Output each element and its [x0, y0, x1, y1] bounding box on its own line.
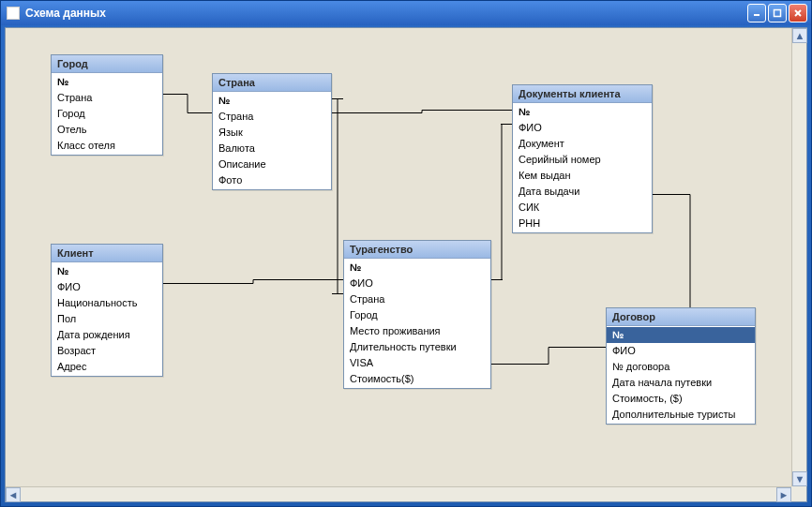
table-title[interactable]: Договор [607, 308, 755, 326]
window-controls [747, 4, 807, 22]
scroll-down-button[interactable]: ▼ [792, 471, 807, 486]
field[interactable]: ФИО [344, 276, 490, 291]
table-agency[interactable]: Турагенство№ФИОСтранаГородМесто проживан… [343, 240, 491, 389]
horizontal-scrollbar[interactable]: ◄ ► [6, 486, 791, 501]
field[interactable]: Возраст [52, 343, 162, 359]
field[interactable]: Дополнительные туристы [607, 407, 755, 423]
field[interactable]: Национальность [52, 295, 162, 311]
titlebar[interactable]: Схема данных [1, 1, 811, 25]
field[interactable]: № [607, 327, 755, 343]
field[interactable]: Документ [513, 136, 652, 152]
field[interactable]: Страна [213, 109, 331, 125]
field[interactable]: № [52, 74, 162, 90]
diagram-canvas[interactable]: Город№СтранаГородОтельКласс отеляСтрана№… [6, 28, 791, 486]
vertical-scrollbar[interactable]: ▲ ▼ [791, 28, 806, 486]
field[interactable]: Стоимость, ($) [607, 391, 755, 407]
table-title[interactable]: Турагенство [344, 241, 490, 259]
table-body: №ФИО№ договораДата начала путевкиСтоимос… [607, 326, 755, 424]
field[interactable]: Валюта [213, 141, 331, 157]
window-icon [7, 7, 20, 20]
field[interactable]: Дата выдачи [513, 184, 652, 200]
relation-line[interactable] [491, 348, 606, 365]
table-body: №СтранаЯзыкВалютаОписаниеФото [213, 92, 331, 189]
window-title: Схема данных [25, 7, 106, 20]
field[interactable]: VISA [344, 355, 490, 371]
table-title[interactable]: Страна [213, 74, 331, 92]
table-body: №ФИОНациональностьПолДата рожденияВозрас… [52, 262, 162, 376]
field[interactable]: Адрес [52, 359, 162, 375]
table-body: №ФИОДокументСерийный номерКем выданДата … [513, 103, 652, 232]
relation-line[interactable] [332, 111, 512, 113]
field[interactable]: Дата начала путевки [607, 375, 755, 391]
field[interactable]: Место проживания [344, 323, 490, 339]
table-city[interactable]: Город№СтранаГородОтельКласс отеля [51, 54, 163, 156]
field[interactable]: № [213, 93, 331, 109]
field[interactable]: № договора [607, 359, 755, 375]
field[interactable]: Дата рождения [52, 327, 162, 343]
field[interactable]: № [52, 263, 162, 279]
table-body: №СтранаГородОтельКласс отеля [52, 73, 162, 155]
table-title[interactable]: Документы клиента [513, 85, 652, 103]
scroll-right-button[interactable]: ► [776, 487, 791, 502]
table-client[interactable]: Клиент№ФИОНациональностьПолДата рождения… [51, 244, 163, 377]
table-contract[interactable]: Договор№ФИО№ договораДата начала путевки… [606, 307, 756, 425]
table-body: №ФИОСтранаГородМесто проживанияДлительно… [344, 259, 490, 388]
field[interactable]: № [513, 104, 652, 120]
field[interactable]: Описание [213, 157, 331, 172]
table-docs[interactable]: Документы клиента№ФИОДокументСерийный но… [512, 84, 653, 233]
table-country[interactable]: Страна№СтранаЯзыкВалютаОписаниеФото [212, 73, 332, 190]
field[interactable]: № [344, 260, 490, 276]
relation-line[interactable] [163, 280, 343, 284]
field[interactable]: ФИО [607, 343, 755, 359]
field[interactable]: Город [52, 106, 162, 122]
close-button[interactable] [789, 4, 807, 22]
scroll-up-button[interactable]: ▲ [792, 28, 807, 43]
field[interactable]: СИК [513, 200, 652, 216]
field[interactable]: Фото [213, 172, 331, 188]
svg-rect-1 [774, 10, 781, 17]
scroll-left-button[interactable]: ◄ [6, 487, 21, 502]
field[interactable]: Язык [213, 125, 331, 141]
field[interactable]: Длительность путевки [344, 339, 490, 355]
field[interactable]: ФИО [52, 279, 162, 295]
field[interactable]: Пол [52, 311, 162, 327]
relation-line[interactable] [332, 99, 343, 294]
relation-line[interactable] [491, 125, 512, 280]
field[interactable]: Отель [52, 122, 162, 138]
field[interactable]: Страна [344, 291, 490, 307]
field[interactable]: Страна [52, 90, 162, 106]
field[interactable]: Серийный номер [513, 152, 652, 168]
field[interactable]: Кем выдан [513, 168, 652, 184]
field[interactable]: РНН [513, 216, 652, 231]
table-title[interactable]: Клиент [52, 245, 162, 262]
relation-line[interactable] [163, 95, 212, 113]
scroll-corner [791, 486, 806, 501]
field[interactable]: ФИО [513, 120, 652, 136]
minimize-button[interactable] [747, 4, 766, 22]
canvas-frame: Город№СтранаГородОтельКласс отеляСтрана№… [5, 27, 807, 502]
app-window: Схема данных Город№СтранаГородОтельКласс… [0, 0, 812, 507]
maximize-button[interactable] [768, 4, 787, 22]
field[interactable]: Город [344, 307, 490, 323]
table-title[interactable]: Город [52, 55, 162, 73]
field[interactable]: Стоимость($) [344, 371, 490, 387]
field[interactable]: Класс отеля [52, 138, 162, 154]
